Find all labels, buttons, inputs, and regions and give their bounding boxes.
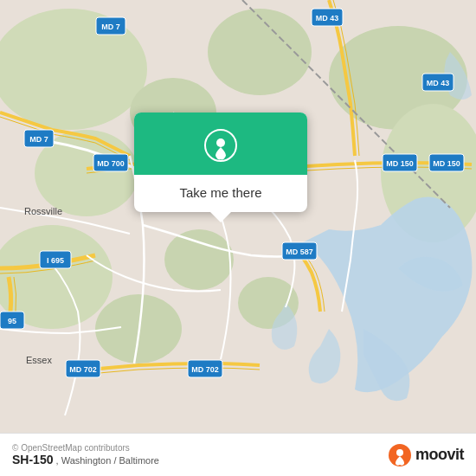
location-pin-icon bbox=[203, 128, 238, 163]
svg-text:MD 7: MD 7 bbox=[29, 135, 48, 144]
svg-point-2 bbox=[208, 9, 312, 95]
svg-text:MD 150: MD 150 bbox=[433, 159, 460, 168]
svg-text:MD 150: MD 150 bbox=[386, 159, 414, 168]
svg-text:Essex: Essex bbox=[26, 355, 52, 365]
moovit-logo: moovit bbox=[388, 443, 464, 467]
svg-text:MD 43: MD 43 bbox=[316, 14, 339, 23]
route-info: © OpenStreetMap contributors SH-150 , Wa… bbox=[12, 443, 159, 466]
svg-text:MD 702: MD 702 bbox=[69, 365, 97, 374]
moovit-pin-icon bbox=[388, 443, 412, 467]
svg-text:MD 7: MD 7 bbox=[101, 23, 120, 31]
route-name: SH-150 bbox=[12, 453, 53, 466]
svg-text:Rossville: Rossville bbox=[24, 206, 62, 216]
copyright-text: © OpenStreetMap contributors bbox=[12, 443, 159, 453]
svg-text:MD 702: MD 702 bbox=[191, 365, 219, 374]
svg-text:MD 43: MD 43 bbox=[427, 79, 450, 87]
svg-text:MD 700: MD 700 bbox=[97, 159, 125, 168]
svg-text:95: 95 bbox=[8, 317, 16, 325]
map-svg: MD 43 MD 7 MD 43 MD 7 MD 700 MD 150 MD 1… bbox=[0, 0, 476, 433]
map-popup: Take me there bbox=[134, 113, 307, 212]
svg-text:MD 587: MD 587 bbox=[286, 248, 313, 256]
svg-point-9 bbox=[164, 229, 234, 290]
moovit-label: moovit bbox=[415, 446, 464, 464]
route-location: SH-150 , Washington / Baltimore bbox=[12, 453, 159, 466]
bottom-bar: © OpenStreetMap contributors SH-150 , Wa… bbox=[0, 433, 476, 476]
location-text: , Washington / Baltimore bbox=[56, 455, 159, 466]
svg-point-40 bbox=[396, 449, 403, 456]
svg-text:I 695: I 695 bbox=[47, 256, 64, 265]
take-me-there-button[interactable]: Take me there bbox=[172, 183, 268, 202]
map-container: MD 43 MD 7 MD 43 MD 7 MD 700 MD 150 MD 1… bbox=[0, 0, 476, 433]
svg-point-38 bbox=[216, 138, 225, 147]
popup-icon-area bbox=[134, 113, 307, 175]
